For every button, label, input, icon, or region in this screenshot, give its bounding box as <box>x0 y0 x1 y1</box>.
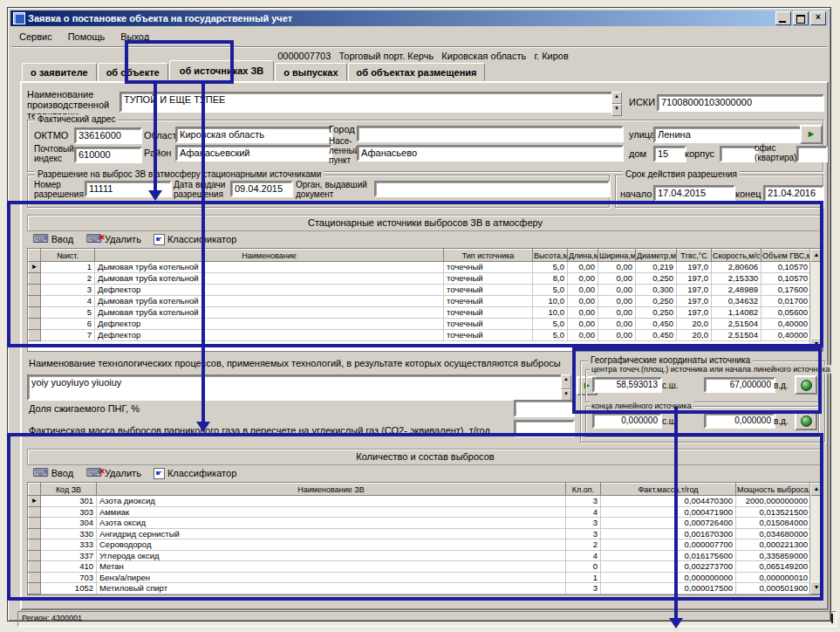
office-input[interactable] <box>796 146 828 162</box>
table-row[interactable]: ► 1 Дымовая труба котельной точечный 5,0… <box>29 262 811 273</box>
postal-input[interactable]: 610000 <box>74 147 142 163</box>
spin-down-icon[interactable]: ▼ <box>611 104 622 116</box>
resize-grip[interactable] <box>831 614 833 623</box>
term-start-input[interactable]: 17.04.2015 <box>653 185 735 202</box>
iski-input[interactable]: 71008000103000000 <box>657 94 824 112</box>
city-input[interactable] <box>357 126 624 142</box>
scroll-up-icon[interactable]: ▲ <box>810 249 823 262</box>
permit-organ-input[interactable] <box>374 181 610 197</box>
table-row[interactable]: ► 301 Азота диоксид 3 0,004470300 2000,0… <box>29 496 811 507</box>
emissions-udalit-button[interactable]: ⌨✕ Удалить <box>84 468 143 478</box>
column-header: Факт.масса,т/год <box>601 484 736 496</box>
sources-scrollbar[interactable]: ▲ ▼ <box>809 249 823 351</box>
end-lon-input[interactable]: 0,000000 <box>704 413 775 429</box>
end-lat-input[interactable]: 0,000000 <box>592 413 662 429</box>
spin-up-icon[interactable]: ▲ <box>611 92 622 104</box>
tab-ob-obektah-razmeshcheniya[interactable]: об объектах размещения <box>348 63 486 81</box>
settlement-input[interactable]: Афанасьево <box>357 145 624 161</box>
street-pick-button[interactable]: ► <box>800 125 823 144</box>
cell: 5,0 <box>533 285 568 296</box>
tab-o-vypuskah[interactable]: о выпусках <box>275 63 346 81</box>
row-selector[interactable] <box>29 285 41 296</box>
table-row[interactable]: 1052 Метиловый спирт 3 0,000017500 0,000… <box>29 583 811 594</box>
permit-date-input[interactable]: 09.04.2015 <box>230 181 293 197</box>
house-label: дом <box>629 148 646 159</box>
table-row[interactable]: 6 Дефлектор точечный 5,0 0,00 0,00 0,450… <box>29 319 811 330</box>
oktmo-input[interactable]: 33616000 <box>74 127 142 144</box>
term-end-label: конец <box>735 189 761 199</box>
cell: 0,219 <box>636 262 677 273</box>
scroll-down-icon[interactable]: ▼ <box>810 581 823 594</box>
korpus-input[interactable] <box>720 146 758 162</box>
table-row[interactable]: 4 Дымовая труба котельной точечный 10,0 … <box>29 296 811 307</box>
row-selector[interactable] <box>29 539 41 551</box>
end-map-button[interactable] <box>795 411 817 430</box>
emissions-scrollbar[interactable]: ▲ ▼ <box>809 483 823 594</box>
table-row[interactable]: 7 Дефлектор точечный 5,0 0,00 0,00 0,450… <box>29 330 811 341</box>
center-lon-input[interactable]: 67,000000 <box>704 377 775 393</box>
cell: Дымовая труба котельной <box>95 307 444 319</box>
row-selector[interactable] <box>29 528 41 539</box>
table-row[interactable]: 333 Сероводород 2 0,000007700 0,00022130… <box>29 539 811 551</box>
row-selector[interactable] <box>29 561 41 573</box>
row-selector[interactable]: ► <box>29 262 41 273</box>
sources-udalit-button[interactable]: ⌨✕ Удалить <box>84 234 143 244</box>
menu-servis[interactable]: Сервис <box>17 31 54 42</box>
district-input[interactable]: Афанасьевский <box>175 145 332 161</box>
tab-ob-obekte[interactable]: об объекте <box>98 63 168 81</box>
table-row[interactable]: 3 Дефлектор точечный 5,0 0,00 0,00 0,300… <box>29 285 811 296</box>
table-row[interactable]: 304 Азота оксид 3 0,000726400 0,01508400… <box>29 518 811 529</box>
emissions-klassifikator-button[interactable]: ☛ Классификатор <box>152 468 238 479</box>
row-selector[interactable] <box>29 273 41 285</box>
row-selector[interactable]: ► <box>29 496 41 507</box>
row-selector[interactable] <box>29 330 41 341</box>
row-selector[interactable] <box>29 319 41 330</box>
sources-vvod-button[interactable]: ⌨ Ввод <box>31 234 75 244</box>
table-row[interactable]: 2 Дымовая труба котельной точечный 8,0 0… <box>29 273 811 285</box>
table-row[interactable]: 5 Дымовая труба котельной точечный 10,0 … <box>29 307 811 319</box>
scroll-up-icon[interactable]: ▲ <box>810 483 823 496</box>
cell: 3 <box>566 518 601 529</box>
tech-input[interactable]: yoiy yuoyiuyo yiuoiuy <box>27 374 563 401</box>
row-selector[interactable] <box>29 572 41 583</box>
territory-input[interactable]: ТУПОЙ И ЕЩЕ ТУПЕЕ <box>120 92 615 113</box>
tab-o-zayavitele[interactable]: о заявителе <box>22 63 97 81</box>
territory-spinner[interactable]: ▲ ▼ <box>611 92 622 113</box>
table-row[interactable]: 337 Углерода оксид 4 0,016175600 0,33585… <box>29 550 811 561</box>
table-row[interactable]: 410 Метан 0 0,002273700 0,065149200 <box>29 561 811 573</box>
cell: 10,0 <box>533 296 568 307</box>
scroll-down-icon[interactable]: ▼ <box>810 338 823 351</box>
row-selector[interactable] <box>29 550 41 561</box>
co2-input[interactable] <box>514 420 575 437</box>
sources-klassifikator-button[interactable]: ☛ Классификатор <box>152 234 238 245</box>
house-input[interactable]: 15 <box>653 146 686 162</box>
center-lat-input[interactable]: 58,593013 <box>592 377 662 393</box>
menu-vyhod[interactable]: Выход <box>119 31 151 42</box>
cell: 703 <box>41 572 97 583</box>
region-input[interactable]: Кировская область <box>175 127 332 143</box>
tab-ob-istochnikah-zv[interactable]: об источниках ЗВ <box>169 60 275 81</box>
spin-up-icon[interactable]: ▲ <box>561 374 571 389</box>
row-selector[interactable] <box>29 506 41 518</box>
row-selector[interactable] <box>29 307 41 319</box>
table-row[interactable]: 703 Бенз/а/пирен 1 0,000000000 0,0000000… <box>29 572 811 583</box>
street-input[interactable]: Ленина <box>653 127 802 143</box>
cell: Дымовая труба котельной <box>95 273 444 285</box>
cell: 410 <box>41 561 97 573</box>
menu-pomosch[interactable]: Помощь <box>66 31 107 42</box>
close-button[interactable]: × <box>810 11 826 25</box>
table-row[interactable]: 303 Аммиак 4 0,000471900 0,013521500 <box>29 506 811 518</box>
emissions-vvod-button[interactable]: ⌨ Ввод <box>31 468 75 478</box>
png-input[interactable] <box>514 400 575 417</box>
restore-button[interactable] <box>793 11 809 25</box>
row-selector[interactable] <box>29 518 41 529</box>
term-end-input[interactable]: 21.04.2016 <box>763 185 824 202</box>
emissions-toolbar: ⌨ Ввод ⌨✕ Удалить ☛ Классификатор <box>31 466 238 480</box>
table-row[interactable]: 330 Ангидрид сернистый 3 0,001670300 0,0… <box>29 528 811 539</box>
center-map-button[interactable] <box>795 375 817 395</box>
permit-number-input[interactable]: 11111 <box>85 181 172 197</box>
row-selector[interactable] <box>29 583 41 594</box>
tech-spinner[interactable]: ▲ ▼ <box>561 374 571 401</box>
minimize-button[interactable] <box>775 11 791 25</box>
row-selector[interactable] <box>29 296 41 307</box>
